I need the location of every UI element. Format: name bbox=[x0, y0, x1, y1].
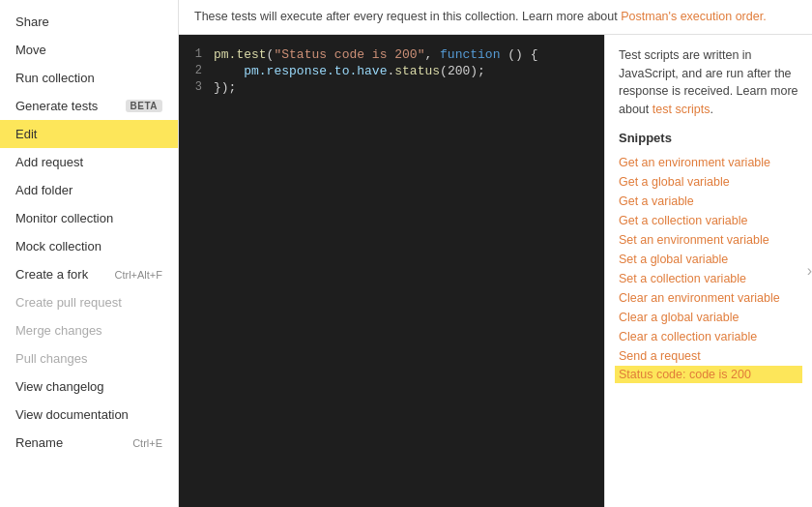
line-content: pm.response.to.have.status(200); bbox=[214, 64, 604, 78]
sidebar-item-label: Add request bbox=[15, 155, 83, 169]
code-token: () { bbox=[500, 47, 537, 62]
sidebar-item-label: Monitor collection bbox=[15, 211, 113, 225]
code-line: 1pm.test("Status code is 200", function … bbox=[179, 46, 604, 63]
snippet-item-set-collection-var[interactable]: Set a collection variable bbox=[619, 269, 798, 288]
chevron-right-icon[interactable]: › bbox=[807, 262, 812, 280]
snippet-item-clear-global-var[interactable]: Clear a global variable bbox=[619, 308, 798, 327]
line-number: 1 bbox=[179, 47, 214, 61]
code-token: "Status code is 200" bbox=[274, 47, 424, 62]
sidebar-item-label: Create a fork bbox=[15, 267, 88, 282]
test-scripts-link[interactable]: test scripts bbox=[652, 103, 710, 116]
sidebar: ShareMoveRun collectionGenerate testsBET… bbox=[0, 0, 179, 507]
code-token: pm.test bbox=[214, 47, 267, 62]
execution-order-link[interactable]: Postman's execution order. bbox=[621, 10, 766, 23]
right-panel-description: Test scripts are written in JavaScript, … bbox=[619, 46, 798, 119]
sidebar-item-label: Mock collection bbox=[15, 239, 102, 254]
code-token: }); bbox=[214, 80, 236, 95]
sidebar-item-label: Share bbox=[15, 15, 49, 29]
snippet-item-send-request[interactable]: Send a request bbox=[619, 346, 798, 366]
line-number: 2 bbox=[179, 64, 214, 77]
line-number: 3 bbox=[179, 80, 214, 94]
sidebar-item-add-folder[interactable]: Add folder bbox=[0, 176, 178, 204]
right-panel: Test scripts are written in JavaScript, … bbox=[604, 35, 812, 507]
sidebar-item-create-fork[interactable]: Create a forkCtrl+Alt+F bbox=[0, 260, 178, 288]
snippet-item-get-env-var[interactable]: Get an environment variable bbox=[619, 153, 798, 172]
sidebar-item-merge-changes: Merge changes bbox=[0, 316, 178, 344]
code-line: 2 pm.response.to.have.status(200); bbox=[179, 63, 604, 79]
sidebar-item-mock-collection[interactable]: Mock collection bbox=[0, 232, 178, 260]
code-token: pm.response.to.have bbox=[244, 64, 387, 78]
snippet-item-set-global-var[interactable]: Set a global variable bbox=[619, 250, 798, 269]
sidebar-item-pull-changes: Pull changes bbox=[0, 344, 178, 373]
code-token: function bbox=[440, 47, 500, 62]
snippet-item-clear-env-var[interactable]: Clear an environment variable bbox=[619, 288, 798, 308]
snippet-item-get-global-var[interactable]: Get a global variable bbox=[619, 172, 798, 192]
code-token: status bbox=[394, 64, 440, 78]
line-content: }); bbox=[214, 80, 604, 95]
shortcut-label: Ctrl+Alt+F bbox=[114, 269, 162, 281]
sidebar-item-label: Merge changes bbox=[15, 323, 102, 338]
sidebar-item-rename[interactable]: RenameCtrl+E bbox=[0, 429, 178, 457]
sidebar-item-label: Run collection bbox=[15, 71, 95, 85]
sidebar-item-label: Add folder bbox=[15, 183, 72, 197]
sidebar-item-view-documentation[interactable]: View documentation bbox=[0, 401, 178, 429]
snippet-item-status-code-200[interactable]: Status code: code is 200 bbox=[615, 366, 802, 383]
top-bar-description: These tests will execute after every req… bbox=[194, 10, 618, 23]
sidebar-item-run-collection[interactable]: Run collection bbox=[0, 64, 178, 92]
sidebar-item-view-changelog[interactable]: View changelog bbox=[0, 373, 178, 401]
snippet-item-get-collection-var[interactable]: Get a collection variable bbox=[619, 211, 798, 230]
snippet-item-set-env-var[interactable]: Set an environment variable bbox=[619, 230, 798, 250]
sidebar-item-label: View documentation bbox=[15, 407, 129, 422]
snippet-item-clear-collection-var[interactable]: Clear a collection variable bbox=[619, 327, 798, 346]
code-token: , bbox=[424, 47, 440, 62]
sidebar-item-label: Move bbox=[15, 43, 46, 57]
sidebar-item-move[interactable]: Move bbox=[0, 36, 178, 64]
sidebar-item-share[interactable]: Share bbox=[0, 8, 178, 36]
code-editor[interactable]: 1pm.test("Status code is 200", function … bbox=[179, 35, 604, 507]
beta-badge: BETA bbox=[126, 100, 162, 112]
sidebar-item-monitor-collection[interactable]: Monitor collection bbox=[0, 204, 178, 232]
sidebar-item-label: Generate tests bbox=[15, 99, 98, 113]
sidebar-item-create-pull-request: Create pull request bbox=[0, 288, 178, 316]
snippet-item-get-var[interactable]: Get a variable bbox=[619, 192, 798, 211]
code-token bbox=[214, 64, 244, 78]
sidebar-item-label: View changelog bbox=[15, 379, 104, 394]
sidebar-item-label: Pull changes bbox=[15, 351, 87, 366]
top-bar: These tests will execute after every req… bbox=[179, 0, 812, 35]
sidebar-item-generate-tests[interactable]: Generate testsBETA bbox=[0, 92, 178, 120]
snippets-list: Get an environment variableGet a global … bbox=[619, 153, 798, 383]
sidebar-item-add-request[interactable]: Add request bbox=[0, 148, 178, 176]
content-area: 1pm.test("Status code is 200", function … bbox=[179, 35, 812, 507]
sidebar-item-label: Create pull request bbox=[15, 295, 122, 310]
code-token: (200); bbox=[440, 64, 485, 78]
sidebar-item-label: Rename bbox=[15, 435, 63, 450]
code-line: 3}); bbox=[179, 79, 604, 96]
shortcut-label: Ctrl+E bbox=[132, 437, 162, 449]
sidebar-item-label: Edit bbox=[15, 127, 37, 141]
sidebar-item-edit[interactable]: Edit bbox=[0, 120, 178, 148]
snippets-title: Snippets bbox=[619, 131, 798, 145]
line-content: pm.test("Status code is 200", function (… bbox=[214, 47, 604, 62]
main-content: These tests will execute after every req… bbox=[179, 0, 812, 507]
